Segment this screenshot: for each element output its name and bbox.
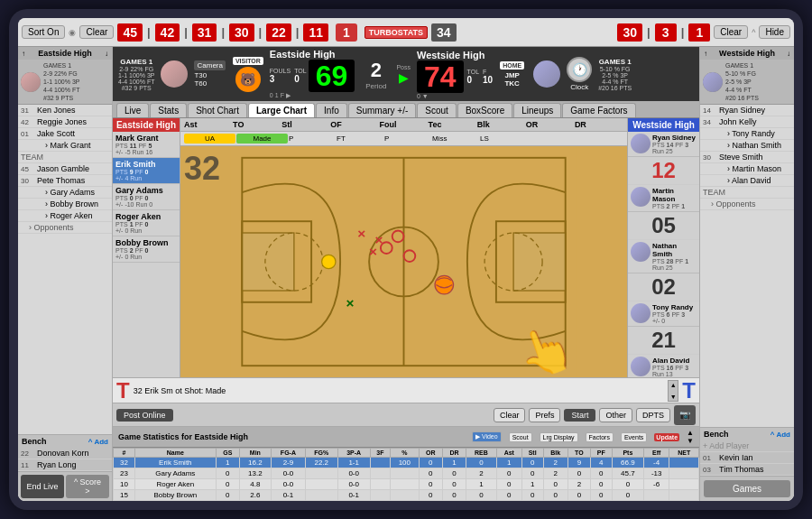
table-row-roger-aken[interactable]: 10 Roger Aken 0 4.8 0-0 0-0 0 0 [114, 479, 699, 490]
tab-boxscore[interactable]: BoxScore [457, 103, 512, 117]
scout-btn[interactable]: Scout [509, 432, 532, 442]
prefs-button[interactable]: Prefs [529, 408, 560, 422]
stats-table-header-bar: Game Statistics for Eastside High ▶ Vide… [113, 427, 699, 448]
score-42: 42 [155, 23, 180, 42]
tab-shot-chart[interactable]: Shot Chart [188, 103, 247, 117]
post-online-button[interactable]: Post Online [116, 409, 173, 422]
period-score: 1 [336, 23, 357, 42]
action-log-text: 32 Erik Sm ot Shot: Made [134, 386, 665, 395]
clear-button-right[interactable]: Clear [714, 25, 748, 39]
team-label-west: TEAM [700, 187, 794, 199]
turbostats-logo: TURBOSTATS [364, 26, 428, 39]
table-row-gary-adams[interactable]: 23 Gary Adams 0 13.2 0-0 0-0 0 0 [114, 468, 699, 479]
tol-label-east: TOL [294, 68, 307, 74]
tab-scout[interactable]: Scout [417, 103, 457, 117]
tab-large-chart[interactable]: Large Chart [248, 103, 315, 117]
bench-tim-thomas[interactable]: 03 Tim Thomas [700, 464, 794, 476]
score-30: 30 [229, 23, 254, 42]
player-alan-david[interactable]: › Alan David [700, 175, 794, 187]
opponents-label-west: › Opponents [700, 199, 794, 210]
dpts-button[interactable]: DPTS [636, 408, 670, 422]
table-scroll[interactable]: ▲ ▼ [687, 429, 694, 445]
th-eff: Eff [644, 449, 669, 458]
factors-btn[interactable]: Factors [586, 432, 614, 442]
chart-player-alan-david[interactable]: Alan David PTS 16 PF 3 Run 13 [628, 355, 699, 377]
tab-stats[interactable]: Stats [150, 103, 187, 117]
clock-icon[interactable]: 🕐 [567, 57, 592, 82]
bench-label-left: Bench [22, 437, 47, 446]
score-button[interactable]: ^ Score > [66, 475, 109, 498]
clear-button-left[interactable]: Clear [79, 25, 114, 39]
player-gary-adams[interactable]: › Gary Adams [18, 187, 112, 199]
bench-kevin-ian[interactable]: 01 Kevin Ian [700, 452, 794, 464]
bench-add-player[interactable]: + Add Player [700, 440, 794, 452]
th-pf: PF [590, 449, 612, 458]
right-player-avatar [703, 72, 723, 92]
table-row-erik-smith[interactable]: 32 Erik Smith 1 16.2 2-9 22.2 1-1 100 0 [114, 458, 699, 468]
tab-summary[interactable]: Summary +/- [348, 103, 417, 117]
table-row-bobby-brown[interactable]: 15 Bobby Brown 0 2.6 0-1 0-1 0 0 [114, 490, 699, 501]
clear-chart-button[interactable]: Clear [494, 408, 526, 422]
games-label-left: GAMES 1 [43, 61, 79, 70]
th-pts: Pts [612, 449, 643, 458]
add-btn-left[interactable]: ^ Add [88, 438, 108, 446]
tab-live[interactable]: Live [116, 103, 149, 117]
tab-game-factors[interactable]: Game Factors [562, 103, 635, 117]
chart-player-nathan-smith[interactable]: Nathan Smith PTS 28 PF 1 Run 25 [628, 240, 699, 273]
player-nathan-smith[interactable]: › Nathan Smith [700, 140, 794, 152]
player-reggie-jones[interactable]: 42 Reggie Jones [18, 116, 112, 128]
sort-on-button[interactable]: Sort On [22, 25, 65, 39]
hide-button[interactable]: Hide [759, 25, 790, 39]
player-tony-randy[interactable]: › Tony Randy [700, 128, 794, 140]
fouls-label-east: FOULS [270, 68, 291, 74]
log-scroll-bar[interactable]: ▲ ▼ [668, 380, 678, 402]
chart-player-mark-grant[interactable]: Mark Grant PTS11 PF5 +/--5 Run16 [113, 132, 180, 158]
player-john-kelly[interactable]: 34 John Kelly [700, 116, 794, 128]
lrg-display-btn[interactable]: Lrg Display [540, 432, 578, 442]
start-button[interactable]: Start [564, 409, 595, 422]
tab-info[interactable]: Info [316, 103, 347, 117]
home-label-sb: HOME [500, 61, 524, 70]
video-btn[interactable]: ▶ Video [472, 431, 502, 442]
svg-text:×: × [369, 244, 377, 259]
tab-lineups[interactable]: Lineups [513, 103, 561, 117]
other-button[interactable]: Other [599, 408, 632, 422]
right-score-02: 02 [628, 273, 699, 301]
chart-player-martin-mason[interactable]: Martin Mason PTS 2 PF 1 [628, 185, 699, 212]
chart-player-gary-adams[interactable]: Gary Adams PTS0 PF0 +/--10 Run0 [113, 184, 180, 210]
player-martin-mason[interactable]: › Martin Mason [700, 163, 794, 175]
player-ryan-sidney[interactable]: 14 Ryan Sidney [700, 105, 794, 116]
games-button[interactable]: Games [704, 480, 790, 497]
court-area[interactable]: 32 [180, 146, 627, 377]
player-steve-smith[interactable]: 30 Steve Smith [700, 152, 794, 163]
player-roger-aken[interactable]: › Roger Aken [18, 210, 112, 222]
events-btn[interactable]: Events [621, 432, 647, 442]
camera-btn[interactable]: Camera [194, 60, 225, 70]
player-jake-scott[interactable]: 01 Jake Scott [18, 128, 112, 140]
chart-player-erik-smith[interactable]: Erik Smith PTS9 PF0 +/-4 Run [113, 158, 180, 184]
eastside-sidebar-header: ↑ Eastside High ↓ [18, 47, 112, 60]
tkc-label: TKC [504, 79, 519, 88]
player-ken-jones[interactable]: 31 Ken Jones [18, 105, 112, 116]
player-bobby-brown[interactable]: › Bobby Brown [18, 199, 112, 210]
chart-player-roger-aken[interactable]: Roger Aken PTS1 PF0 +/-0 Run [113, 210, 180, 236]
player-mark-grant[interactable]: › Mark Grant [18, 140, 112, 152]
player-jason-gamble[interactable]: 45 Jason Gamble [18, 163, 112, 175]
games-stats-sb-right: 5-10 % FG [598, 66, 632, 72]
east-mascot-icon: 🐻 [235, 67, 261, 92]
chart-player-bobby-brown[interactable]: Bobby Brown PTS2 PF0 +/-0 Run [113, 236, 180, 263]
chart-player-ryan-sidney[interactable]: Ryan Sidney PTS 14 PF 3 Run 25 [628, 132, 699, 157]
west-score-detail: 0▼ [417, 93, 493, 99]
poss-arrow-icon: ▶ [399, 70, 409, 85]
stat-sub-header-row: UA Made P FT P Miss LS [180, 132, 627, 146]
end-live-button[interactable]: End Live [21, 475, 64, 498]
camera-record-button[interactable]: 📷 [674, 405, 696, 425]
games-3p-left: 1-1 100% 3P [43, 78, 79, 86]
games-fg-left: 2-9 22% FG [43, 70, 79, 78]
player-pete-thomas[interactable]: 30 Pete Thomas [18, 175, 112, 187]
bench-ryan-long[interactable]: 11 Ryan Long [18, 459, 112, 471]
bench-donovan-korn[interactable]: 22 Donovan Korn [18, 448, 112, 459]
add-btn-right[interactable]: ^ Add [770, 431, 790, 439]
chart-player-tony-randy[interactable]: Tony Randy PTS 6 PF 3 +/- 0 [628, 301, 699, 327]
games-label-sb-left: GAMES 1 [118, 58, 154, 66]
